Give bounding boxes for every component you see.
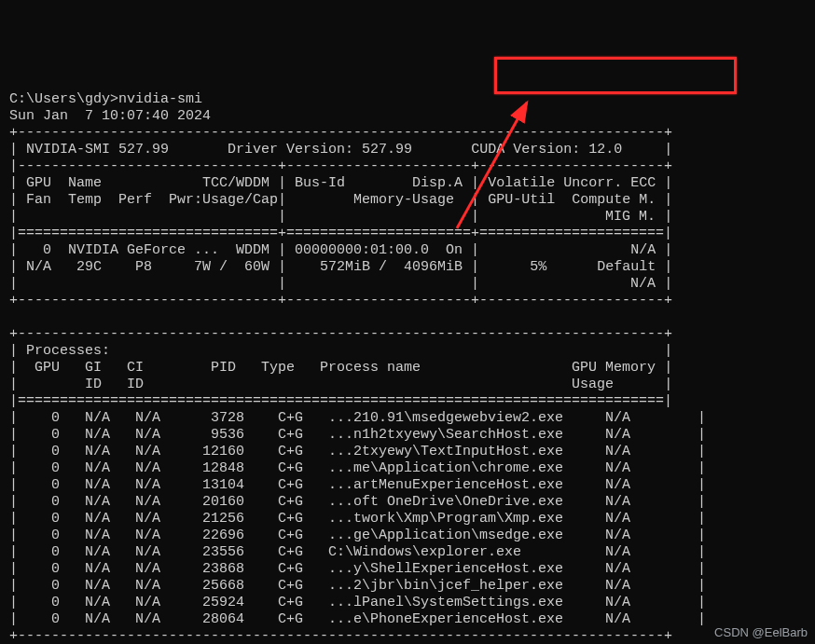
process-row: | 0 N/A N/A 25924 C+G ...lPanel\SystemSe… [9, 595, 706, 610]
gpu-bottom: +-------------------------------+-------… [9, 293, 672, 308]
proc-head-r1: | GPU GI CI PID Type Process name GPU Me… [9, 360, 672, 376]
process-row: | 0 N/A N/A 13104 C+G ...artMenuExperien… [9, 477, 706, 493]
process-row: | 0 N/A N/A 22696 C+G ...ge\Application\… [9, 528, 706, 543]
process-row: | 0 N/A N/A 28064 C+G ...e\PhoneExperien… [9, 611, 706, 627]
process-row: | 0 N/A N/A 12160 C+G ...2txyewy\TextInp… [9, 444, 706, 459]
proc-bottom: +---------------------------------------… [9, 628, 672, 644]
header-row: | NVIDIA-SMI 527.99 Driver Version: 527.… [9, 142, 672, 158]
command-line: C:\Users\gdy>nvidia-smi [9, 91, 202, 107]
header-sep: |-------------------------------+-------… [9, 158, 672, 174]
process-row: | 0 N/A N/A 3728 C+G ...210.91\msedgeweb… [9, 410, 706, 426]
gpu-row-r2: | N/A 29C P8 7W / 60W | 572MiB / 4096MiB… [9, 259, 672, 275]
watermark: CSDN @EelBarb [714, 625, 808, 640]
proc-head-r2: | ID ID Usage | [9, 377, 672, 392]
gpu-headers-r1: | GPU Name TCC/WDDM | Bus-Id Disp.A | Vo… [9, 175, 672, 191]
process-list: | 0 N/A N/A 3728 C+G ...210.91\msedgeweb… [9, 410, 806, 628]
gpu-headers-r3: | | | MIG M. | [9, 209, 672, 225]
gpu-sep: |===============================+=======… [9, 226, 672, 241]
process-row: | 0 N/A N/A 21256 C+G ...twork\Xmp\Progr… [9, 511, 706, 527]
terminal-output: C:\Users\gdy>nvidia-smi Sun Jan 7 10:07:… [0, 67, 815, 644]
proc-title: | Processes: | [9, 343, 672, 359]
gpu-row-r1: | 0 NVIDIA GeForce ... WDDM | 00000000:0… [9, 242, 672, 258]
driver-version: Driver Version: 527.99 [228, 142, 412, 158]
proc-sep: |=======================================… [9, 393, 672, 409]
top-border: +---------------------------------------… [9, 125, 672, 141]
datetime-line: Sun Jan 7 10:07:40 2024 [9, 108, 211, 124]
process-row: | 0 N/A N/A 23556 C+G C:\Windows\explore… [9, 544, 706, 560]
blank-line [9, 309, 672, 325]
command: nvidia-smi [118, 91, 202, 107]
process-row: | 0 N/A N/A 9536 C+G ...n1h2txyewy\Searc… [9, 427, 706, 443]
cuda-version: CUDA Version: 12.0 [471, 142, 622, 158]
process-row: | 0 N/A N/A 12848 C+G ...me\Application\… [9, 460, 706, 476]
process-row: | 0 N/A N/A 23868 C+G ...y\ShellExperien… [9, 561, 706, 577]
prompt: C:\Users\gdy> [9, 91, 118, 107]
proc-top: +---------------------------------------… [9, 326, 672, 342]
process-row: | 0 N/A N/A 25668 C+G ...2\jbr\bin\jcef_… [9, 578, 706, 594]
gpu-headers-r2: | Fan Temp Perf Pwr:Usage/Cap| Memory-Us… [9, 192, 672, 208]
process-row: | 0 N/A N/A 20160 C+G ...oft OneDrive\On… [9, 494, 706, 510]
gpu-row-r3: | | | N/A | [9, 276, 672, 292]
nvidia-smi-version: NVIDIA-SMI 527.99 [26, 142, 169, 158]
